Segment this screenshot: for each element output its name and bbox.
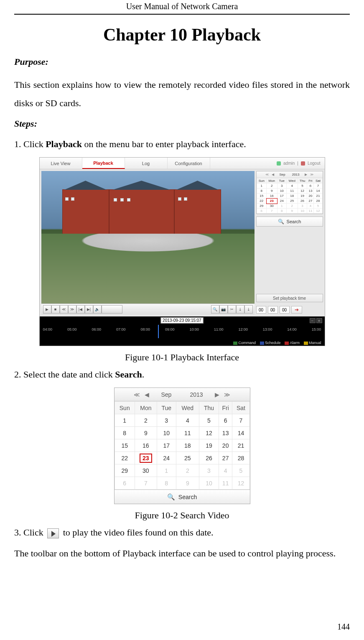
cal-day[interactable]: 3: [157, 414, 176, 427]
time-go-button[interactable]: ➔: [291, 306, 302, 314]
tab-playback[interactable]: Playback: [82, 158, 125, 169]
cal-day[interactable]: 7: [314, 184, 322, 189]
capture-button[interactable]: 📷: [219, 305, 228, 314]
cal-day[interactable]: 26: [199, 452, 219, 464]
cal-day[interactable]: 1: [257, 184, 267, 189]
cal-day[interactable]: 10: [199, 477, 219, 490]
cal-day[interactable]: 6: [219, 414, 232, 427]
timeline-cursor[interactable]: [158, 325, 159, 338]
cal-day[interactable]: 11: [176, 427, 199, 439]
cal-day[interactable]: 30: [135, 464, 157, 477]
cal-first-icon[interactable]: ≪: [265, 173, 269, 176]
cal-day[interactable]: 24: [157, 452, 176, 464]
cal-day[interactable]: 28: [314, 199, 322, 204]
cal-day[interactable]: 2: [286, 204, 298, 209]
cal-day[interactable]: 6: [257, 209, 267, 214]
cal-day[interactable]: 1: [115, 414, 135, 427]
stepfwd-button[interactable]: ▶|: [85, 305, 93, 314]
cal-day[interactable]: 12: [199, 427, 219, 439]
stepback-button[interactable]: |◀: [76, 305, 85, 314]
cal-prev-icon[interactable]: ◀: [271, 173, 275, 176]
cal-day[interactable]: 5: [314, 204, 322, 209]
download2-button[interactable]: ⤓: [244, 305, 253, 314]
volume-slider[interactable]: [102, 305, 122, 314]
cal-day[interactable]: 23: [267, 199, 277, 204]
cal-day[interactable]: 28: [232, 452, 249, 464]
time-ss[interactable]: [280, 306, 290, 314]
cal-day[interactable]: 10: [298, 209, 307, 214]
cal-day[interactable]: 18: [176, 439, 199, 452]
time-hh[interactable]: [256, 306, 266, 314]
cal-day[interactable]: 8: [115, 427, 135, 439]
tab-log[interactable]: Log: [125, 158, 168, 169]
big-search-button[interactable]: 🔍 Search: [115, 490, 250, 504]
cal-day[interactable]: 9: [267, 189, 277, 194]
cal-day[interactable]: 2: [176, 464, 199, 477]
cal-day[interactable]: 17: [277, 194, 286, 199]
cal-day[interactable]: 20: [307, 194, 314, 199]
cal-day[interactable]: 9: [286, 209, 298, 214]
cal-day[interactable]: 16: [267, 194, 277, 199]
cal-day[interactable]: 25: [286, 199, 298, 204]
cal-day[interactable]: 2: [135, 414, 157, 427]
cal-day[interactable]: 15: [115, 439, 135, 452]
cal-day[interactable]: 21: [314, 194, 322, 199]
cal-day[interactable]: 13: [219, 427, 232, 439]
cal-day[interactable]: 6: [115, 477, 135, 490]
cal-day[interactable]: 22: [257, 199, 267, 204]
cal-day[interactable]: 19: [298, 194, 307, 199]
cal-day[interactable]: 29: [115, 464, 135, 477]
cal-day[interactable]: 6: [307, 184, 314, 189]
cal-day[interactable]: 5: [199, 414, 219, 427]
cal-day[interactable]: 27: [307, 199, 314, 204]
cal-day[interactable]: 12: [314, 209, 322, 214]
cal-next-icon[interactable]: ▶: [304, 173, 308, 176]
cal-day[interactable]: 10: [277, 189, 286, 194]
play-button[interactable]: ▶: [43, 305, 51, 314]
cal-day[interactable]: 3: [199, 464, 219, 477]
cal-day[interactable]: 11: [219, 477, 232, 490]
cal-day[interactable]: 7: [267, 209, 277, 214]
cal-day[interactable]: 23: [135, 452, 157, 464]
cal-day[interactable]: 21: [232, 439, 249, 452]
side-search-button[interactable]: 🔍 Search: [256, 217, 323, 227]
time-mm[interactable]: [268, 306, 278, 314]
cal-day[interactable]: 1: [157, 464, 176, 477]
cal-day[interactable]: 26: [298, 199, 307, 204]
clip-button[interactable]: ✂: [228, 305, 236, 314]
cal-day[interactable]: 12: [232, 477, 249, 490]
cal-day[interactable]: 7: [135, 477, 157, 490]
cal-day[interactable]: 19: [199, 439, 219, 452]
cal-day[interactable]: 12: [298, 189, 307, 194]
tab-configuration[interactable]: Configuration: [168, 158, 210, 169]
timeline-zoom-in[interactable]: +: [316, 318, 322, 323]
cal-day[interactable]: 8: [157, 477, 176, 490]
cal-day[interactable]: 22: [115, 452, 135, 464]
big-cal-prev-icon[interactable]: ◀: [143, 391, 150, 398]
cal-day[interactable]: 4: [219, 464, 232, 477]
cal-day[interactable]: 4: [307, 204, 314, 209]
cal-day[interactable]: 20: [219, 439, 232, 452]
cal-day[interactable]: 9: [176, 477, 199, 490]
cal-last-icon[interactable]: ≫: [310, 173, 314, 176]
big-cal-first-icon[interactable]: ≪: [133, 391, 140, 398]
cal-day[interactable]: 14: [314, 189, 322, 194]
slow-button[interactable]: ≪: [60, 305, 68, 314]
cal-day[interactable]: 5: [232, 464, 249, 477]
cal-day[interactable]: 4: [286, 184, 298, 189]
cal-day[interactable]: 11: [307, 209, 314, 214]
download-button[interactable]: ⤓: [236, 305, 244, 314]
cal-day[interactable]: 8: [277, 209, 286, 214]
cal-day[interactable]: 7: [232, 414, 249, 427]
cal-day[interactable]: 1: [277, 204, 286, 209]
cal-day[interactable]: 16: [135, 439, 157, 452]
cal-day[interactable]: 10: [157, 427, 176, 439]
logout-link[interactable]: Logout: [308, 161, 321, 166]
timeline-zoom-out[interactable]: −: [310, 318, 316, 323]
tab-liveview[interactable]: Live View: [40, 158, 82, 169]
mute-button[interactable]: 🔈: [93, 305, 102, 314]
cal-day[interactable]: 14: [232, 427, 249, 439]
cal-day[interactable]: 27: [219, 452, 232, 464]
cal-day[interactable]: 29: [257, 204, 267, 209]
cal-day[interactable]: 2: [267, 184, 277, 189]
